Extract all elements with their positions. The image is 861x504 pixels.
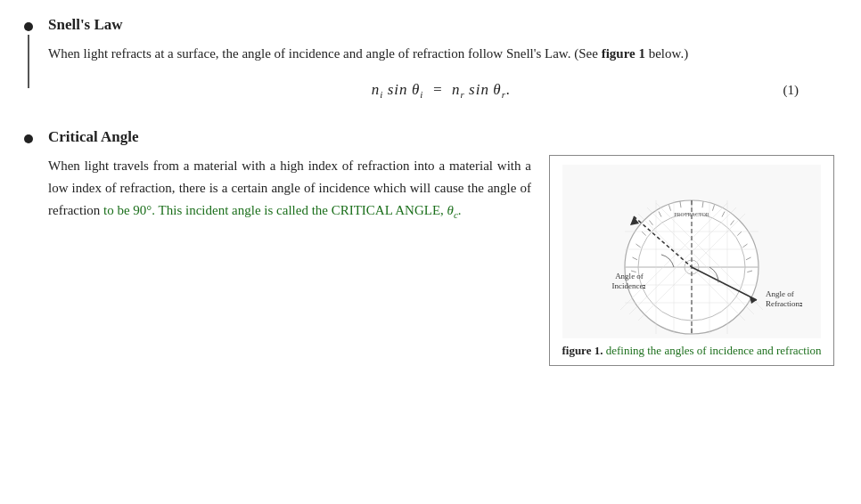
figure-image-area: PROTRACTOR — [562, 165, 821, 338]
figure-description: defining the angles of incidence and ref… — [603, 344, 821, 357]
angle-refraction-text1: Angle of — [766, 289, 794, 298]
formula-sin1: sin — [388, 81, 408, 98]
bullet-critical — [24, 134, 33, 143]
figure-label: figure 1. — [562, 344, 603, 357]
critical-content: Critical Angle When light travels from a… — [41, 128, 834, 366]
snells-figure-ref: figure 1 — [602, 46, 645, 61]
formula-period: . — [506, 81, 511, 98]
critical-title: Critical Angle — [48, 128, 834, 146]
snells-formula: ni sin θi = nr sin θr. — [48, 81, 834, 100]
formula-ni: n — [372, 81, 381, 98]
figure-caption: figure 1. defining the angles of inciden… — [562, 344, 821, 358]
formula-theta-r: θ — [493, 81, 501, 98]
snells-para-start: When light refracts at a surface, the an… — [48, 46, 602, 61]
critical-para1: When light travels from a material with … — [48, 159, 531, 217]
angle-refraction-text2: Refraction₂ — [766, 299, 803, 308]
snells-content: Snell's Law When light refracts at a sur… — [41, 16, 834, 112]
critical-angle-section: Critical Angle When light travels from a… — [16, 128, 834, 366]
critical-highlight: to be 90°. This incident angle is called… — [103, 203, 462, 217]
angle-incidence-text1: Angle of — [615, 272, 644, 280]
formula-nr-sub: r — [460, 89, 464, 100]
snells-law-section: Snell's Law When light refracts at a sur… — [16, 16, 834, 112]
formula-ni-sub: i — [380, 89, 383, 100]
formula-number: (1) — [783, 83, 800, 98]
formula-sin2: sin — [469, 81, 489, 98]
formula-theta-i: θ — [412, 81, 420, 98]
critical-text: When light travels from a material with … — [48, 155, 531, 223]
bullet-col-snells — [16, 16, 41, 88]
formula-equals: = — [432, 81, 443, 98]
formula-row: ni sin θi = nr sin θr. (1) — [48, 81, 834, 100]
page: Snell's Law When light refracts at a sur… — [16, 16, 834, 375]
figure-box: PROTRACTOR — [549, 155, 834, 366]
snells-text: When light refracts at a surface, the an… — [48, 43, 834, 65]
bullet-col-critical — [16, 128, 41, 143]
theta-c: θc — [447, 203, 458, 217]
formula-nr: n — [452, 81, 461, 98]
snells-para-end: below.) — [645, 46, 688, 61]
bullet-line-snells — [28, 35, 29, 88]
critical-body: When light travels from a material with … — [48, 155, 834, 366]
formula-theta-i-sub: i — [420, 89, 423, 100]
bullet-snells — [24, 22, 33, 31]
angle-incidence-text2: Incidence₂ — [612, 281, 647, 290]
protractor-svg: PROTRACTOR — [562, 165, 821, 338]
snells-title: Snell's Law — [48, 16, 834, 34]
